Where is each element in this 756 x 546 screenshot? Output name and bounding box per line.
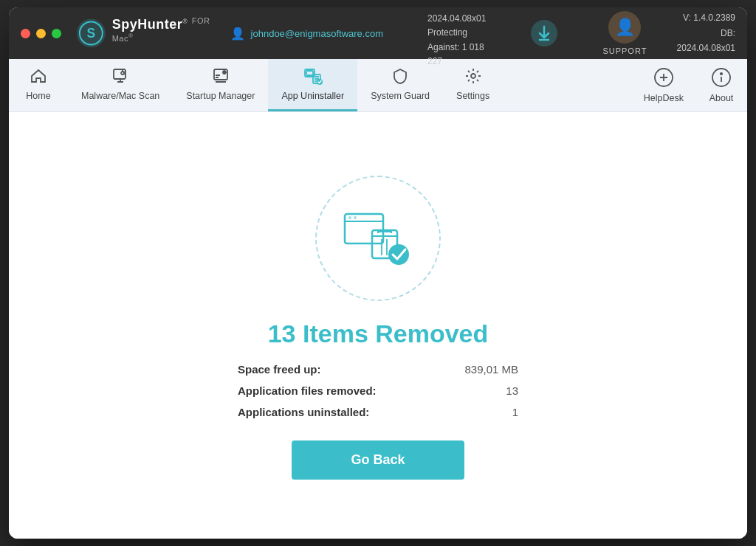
titlebar-center: 👤 johndoe@enigmasoftware.com DB Version:…: [230, 7, 647, 69]
traffic-lights: [21, 29, 61, 38]
protecting-label: Protecting Against: 1 018 227: [427, 26, 486, 69]
version-line1: V: 1.4.0.2389: [662, 10, 735, 25]
result-icon-container: [312, 172, 444, 305]
svg-text:S: S: [87, 26, 96, 41]
download-icon: [530, 19, 558, 47]
svg-point-29: [721, 73, 722, 75]
nav-startup-label: Startup Manager: [186, 91, 255, 101]
logo-icon: S: [76, 18, 106, 49]
svg-point-33: [348, 216, 351, 219]
nav-system-guard-label: System Guard: [371, 91, 430, 101]
helpdesk-label: HelpDesk: [644, 93, 684, 103]
logo-area: S SpyHunter® FOR Mac®: [76, 16, 230, 50]
nav-malware-label: Malware/Mac Scan: [81, 91, 159, 101]
system-guard-icon: [391, 67, 409, 88]
version-info: V: 1.4.0.2389 DB: 2024.04.08x01: [662, 10, 735, 55]
nav-uninstaller-label: App Uninstaller: [281, 91, 344, 101]
startup-icon: [212, 67, 230, 88]
settings-icon: [464, 67, 482, 88]
close-button[interactable]: [21, 29, 30, 38]
stat-value-files: 13: [506, 384, 518, 397]
stat-row-files: Application files removed: 13: [230, 384, 526, 397]
user-email: johndoe@enigmasoftware.com: [251, 28, 383, 39]
support-label: SUPPORT: [602, 46, 647, 55]
stat-value-apps: 1: [512, 406, 518, 418]
nav-right: HelpDesk About: [632, 59, 747, 111]
about-icon: [711, 67, 732, 90]
maximize-button[interactable]: [52, 29, 61, 38]
svg-line-11: [124, 74, 126, 75]
main-content: 13 Items Removed Space freed up: 839,01 …: [9, 112, 747, 539]
svg-point-13: [223, 71, 226, 74]
download-area: [530, 19, 558, 47]
svg-point-24: [471, 74, 475, 78]
version-line2: DB: 2024.04.08x01: [662, 26, 735, 56]
stat-label-space: Space freed up:: [238, 363, 321, 376]
svg-rect-18: [306, 71, 313, 75]
nav-home[interactable]: Home: [9, 59, 68, 111]
stat-label-files: Application files removed:: [238, 384, 377, 397]
app-title: SpyHunter® FOR Mac®: [112, 16, 230, 50]
malware-icon: [111, 67, 129, 88]
db-version: DB Version: 2024.04.08x01: [427, 7, 486, 26]
db-info: DB Version: 2024.04.08x01 Protecting Aga…: [427, 7, 486, 69]
stat-row-apps: Applications uninstalled: 1: [230, 406, 526, 418]
svg-point-34: [354, 216, 357, 219]
app-window: S SpyHunter® FOR Mac® 👤 johndoe@enigmaso…: [9, 7, 747, 539]
svg-line-10: [124, 72, 126, 72]
stats-container: Space freed up: 839,01 MB Application fi…: [230, 363, 526, 418]
user-icon: 👤: [230, 27, 245, 41]
nav-malware[interactable]: Malware/Mac Scan: [68, 59, 173, 111]
support-button[interactable]: 👤 SUPPORT: [602, 11, 647, 55]
stat-row-space: Space freed up: 839,01 MB: [230, 363, 526, 376]
stat-label-apps: Applications uninstalled:: [238, 406, 369, 418]
nav-home-label: Home: [26, 91, 50, 101]
home-icon: [30, 67, 47, 88]
uninstall-result-icon: [341, 207, 415, 269]
nav-settings-label: Settings: [456, 91, 489, 101]
svg-point-8: [121, 72, 124, 75]
stat-value-space: 839,01 MB: [464, 363, 518, 376]
go-back-button[interactable]: Go Back: [292, 440, 464, 480]
svg-point-42: [388, 244, 409, 265]
about-label: About: [709, 93, 734, 103]
result-title: 13 Items Removed: [268, 319, 489, 348]
result-circle: [315, 176, 441, 301]
uninstaller-icon: [303, 67, 323, 88]
nav-about[interactable]: About: [695, 59, 747, 111]
support-icon: 👤: [608, 11, 641, 44]
helpdesk-icon: [653, 67, 674, 90]
minimize-button[interactable]: [36, 29, 46, 38]
title-bar: S SpyHunter® FOR Mac® 👤 johndoe@enigmaso…: [9, 7, 747, 59]
user-info: 👤 johndoe@enigmasoftware.com: [230, 27, 383, 41]
